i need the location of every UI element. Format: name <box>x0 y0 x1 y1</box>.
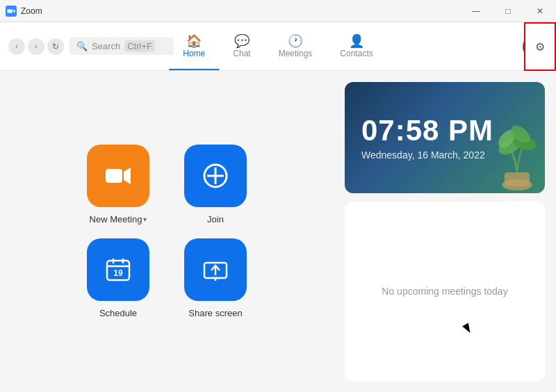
svg-point-15 <box>502 179 532 190</box>
tab-meetings[interactable]: 🕐 Meetings <box>265 22 327 70</box>
close-button[interactable]: ✕ <box>524 0 556 22</box>
tab-contacts-label: Contacts <box>340 49 373 58</box>
svg-point-18 <box>510 131 539 153</box>
new-meeting-item: New Meeting ▾ <box>76 145 160 224</box>
window-controls: — □ ✕ <box>460 0 556 22</box>
window-title: Zoom <box>21 6 42 16</box>
search-shortcut: Ctrl+F <box>124 40 155 52</box>
share-screen-text: Share screen <box>188 308 242 318</box>
settings-button[interactable]: ⚙ <box>524 22 556 71</box>
forward-button[interactable]: › <box>28 38 44 55</box>
svg-marker-2 <box>124 168 131 184</box>
no-meetings-text: No upcoming meetings today <box>382 286 507 297</box>
svg-point-20 <box>508 122 533 146</box>
contacts-icon: 👤 <box>349 35 364 47</box>
gear-icon: ⚙ <box>535 40 545 54</box>
chat-icon: 💬 <box>234 35 250 47</box>
schedule-button[interactable]: 19 <box>87 238 149 301</box>
tab-chat-label: Chat <box>233 49 250 58</box>
tab-chat[interactable]: 💬 Chat <box>219 22 264 70</box>
join-item: Join <box>174 145 257 224</box>
svg-point-19 <box>495 127 518 152</box>
toolbar: ‹ › ↻ 🔍 Search Ctrl+F 🏠 Home 💬 Chat 🕐 Me… <box>0 22 556 71</box>
left-panel: New Meeting ▾ Join <box>0 71 334 392</box>
tab-meetings-label: Meetings <box>279 49 313 58</box>
nav-controls: ‹ › ↻ <box>8 38 64 55</box>
calendar-widget: 07:58 PM Wednesday, 16 March, 2022 <box>345 82 545 193</box>
new-meeting-label: New Meeting ▾ <box>90 214 147 224</box>
search-icon: 🔍 <box>76 41 88 51</box>
calendar-icon: 19 <box>105 256 131 283</box>
main-content: New Meeting ▾ Join <box>0 71 556 392</box>
join-label: Join <box>207 214 224 224</box>
meetings-widget: No upcoming meetings today <box>345 202 545 381</box>
join-icon <box>202 162 229 190</box>
nav-tabs: 🏠 Home 💬 Chat 🕐 Meetings 👤 Contacts <box>169 22 386 70</box>
new-meeting-button[interactable] <box>87 145 149 207</box>
join-text: Join <box>207 214 224 224</box>
camera-icon <box>104 162 132 190</box>
schedule-text: Schedule <box>99 308 137 318</box>
share-screen-item: Share screen <box>174 238 257 318</box>
share-screen-icon <box>202 256 229 284</box>
maximize-button[interactable]: □ <box>492 0 524 22</box>
minimize-button[interactable]: — <box>460 0 492 22</box>
date-display: Wednesday, 16 March, 2022 <box>361 149 528 161</box>
zoom-logo-icon <box>6 6 17 17</box>
schedule-label: Schedule <box>99 308 137 318</box>
new-meeting-arrow: ▾ <box>143 215 147 223</box>
tab-home-label: Home <box>183 49 205 58</box>
action-grid: New Meeting ▾ Join <box>76 145 257 318</box>
back-button[interactable]: ‹ <box>8 38 25 55</box>
search-label: Search <box>92 41 120 51</box>
search-bar[interactable]: 🔍 Search Ctrl+F <box>70 38 174 55</box>
meetings-icon: 🕐 <box>288 35 303 47</box>
svg-rect-1 <box>106 169 122 183</box>
svg-point-17 <box>496 133 524 158</box>
refresh-button[interactable]: ↻ <box>47 38 64 55</box>
share-screen-label: Share screen <box>188 308 242 318</box>
share-screen-button[interactable] <box>184 238 247 301</box>
tab-contacts[interactable]: 👤 Contacts <box>326 22 386 70</box>
tab-home[interactable]: 🏠 Home <box>169 22 219 70</box>
plant-decoration-icon <box>468 110 545 193</box>
home-icon: 🏠 <box>186 35 202 47</box>
schedule-item: 19 Schedule <box>76 238 160 318</box>
time-display: 07:58 PM <box>361 115 528 147</box>
svg-text:19: 19 <box>113 268 123 278</box>
title-bar: Zoom — □ ✕ <box>0 0 556 22</box>
new-meeting-text: New Meeting <box>90 214 142 224</box>
join-button[interactable] <box>184 145 247 207</box>
right-panel: 07:58 PM Wednesday, 16 March, 2022 No up… <box>334 71 556 392</box>
svg-rect-16 <box>505 172 530 186</box>
